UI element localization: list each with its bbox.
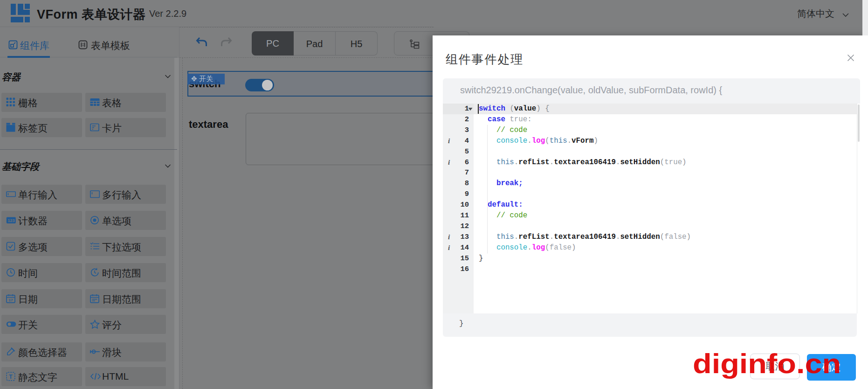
svg-text:T: T	[9, 374, 13, 380]
svg-text:123: 123	[7, 218, 14, 223]
svg-text:17: 17	[9, 298, 13, 302]
